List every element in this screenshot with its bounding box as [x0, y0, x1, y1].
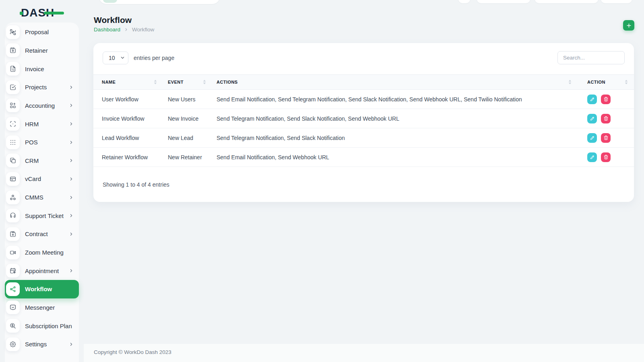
topbar-button-cutoff-3[interactable] — [535, 0, 598, 3]
sidebar-item-label: HRM — [25, 121, 39, 128]
sidebar-item-appointment[interactable]: Appointment — [5, 261, 79, 280]
sidebar-item-label: Projects — [25, 84, 47, 90]
delete-button[interactable] — [601, 95, 611, 104]
table-row: Invoice WorkflowNew InvoiceSend Telegram… — [93, 109, 634, 128]
sidebar-item-label: Support Ticket — [25, 212, 64, 219]
per-page-select[interactable]: 10 — [103, 51, 128, 64]
chevron-right-icon — [69, 342, 74, 347]
sidebar-item-pos[interactable]: POS — [5, 133, 79, 152]
sidebar-item-workflow[interactable]: Workflow — [5, 280, 79, 298]
calendar-icon — [6, 264, 20, 278]
per-page-control: 10 entries per page — [103, 51, 174, 64]
chevron-right-icon — [69, 268, 74, 273]
chevron-right-icon — [69, 195, 74, 200]
sidebar-item-support-ticket[interactable]: Support Ticket — [5, 206, 79, 225]
hrm-icon — [6, 117, 20, 131]
column-header-name[interactable]: NAME — [93, 75, 163, 90]
sidebar-item-label: vCard — [25, 175, 41, 182]
sort-icon — [154, 80, 157, 84]
sidebar-item-crm[interactable]: CRM — [5, 151, 79, 170]
sidebar-item-proposal[interactable]: Proposal — [5, 23, 79, 41]
cell-actions: Send Telegram Notification, Send Slack N… — [212, 128, 578, 148]
sidebar-item-zoom-meeting[interactable]: Zoom Meeting — [5, 243, 79, 262]
topbar-button-cutoff-1[interactable] — [458, 0, 470, 3]
cell-action-buttons — [578, 109, 634, 128]
column-header-actions[interactable]: ACTIONS — [212, 75, 578, 90]
keyboard-shortcut-pill — [103, 0, 117, 3]
cell-event: New Lead — [163, 128, 212, 148]
topbar-button-cutoff-4[interactable] — [601, 0, 632, 3]
topbar-search-cutoff[interactable] — [99, 0, 220, 4]
sidebar-item-label: CMMS — [25, 194, 43, 201]
sidebar-item-settings[interactable]: Settings — [5, 335, 79, 354]
invoice-icon — [6, 62, 20, 76]
edit-button[interactable] — [587, 114, 597, 123]
cell-name: Retainer Workflow — [93, 148, 163, 167]
sidebar-item-subscription-plan[interactable]: Subscription Plan — [5, 317, 79, 335]
sidebar-item-projects[interactable]: Projects — [5, 78, 79, 97]
chevron-right-icon — [69, 140, 74, 145]
pencil-icon — [590, 154, 595, 160]
edit-button[interactable] — [587, 152, 597, 162]
sidebar-item-messenger[interactable]: Messenger — [5, 298, 79, 317]
sort-icon — [203, 80, 206, 84]
cell-name: User Workflow — [93, 90, 163, 109]
chevron-right-icon — [69, 213, 74, 218]
trash-icon — [603, 154, 609, 160]
edit-button[interactable] — [587, 95, 597, 104]
table-row: Lead WorkflowNew LeadSend Telegram Notif… — [93, 128, 634, 148]
sidebar-item-hrm[interactable]: HRM — [5, 115, 79, 133]
sidebar-item-invoice[interactable]: Invoice — [5, 60, 79, 78]
sidebar-item-cmms[interactable]: CMMS — [5, 188, 79, 207]
brand-logo[interactable]: DASH — [21, 6, 54, 20]
sidebar-item-label: Messenger — [25, 304, 55, 311]
edit-button[interactable] — [587, 133, 597, 143]
delete-button[interactable] — [601, 133, 611, 143]
sort-icon — [625, 80, 628, 84]
cell-action-buttons — [578, 90, 634, 109]
table-header-row: NAMEEVENTACTIONSACTION — [93, 75, 634, 90]
sidebar-item-label: Zoom Meeting — [25, 249, 64, 256]
topbar-button-cutoff-2[interactable] — [477, 0, 530, 3]
column-label: NAME — [102, 80, 116, 84]
pencil-icon — [590, 135, 595, 140]
sidebar-item-label: Contract — [25, 230, 48, 237]
add-workflow-button[interactable] — [623, 20, 634, 31]
sidebar-item-vcard[interactable]: vCard — [5, 170, 79, 188]
accounting-icon — [6, 99, 20, 112]
pencil-icon — [590, 116, 595, 121]
chevron-right-icon — [69, 103, 74, 108]
sidebar-item-retainer[interactable]: Retainer — [5, 41, 79, 60]
headset-icon — [6, 209, 20, 222]
cell-event: New Users — [163, 90, 212, 109]
sidebar-item-contract[interactable]: Contract — [5, 225, 79, 243]
column-header-action[interactable]: ACTION — [578, 75, 634, 90]
table-body: User WorkflowNew UsersSend Email Notific… — [93, 90, 634, 167]
workflow-card: 10 entries per page NAMEEVENTACTIONSACTI… — [93, 43, 634, 202]
chevron-right-icon — [69, 232, 74, 237]
crm-icon — [6, 154, 20, 167]
breadcrumb-link-dashboard[interactable]: Dashboard — [94, 27, 120, 33]
search-input[interactable] — [557, 51, 625, 64]
cell-action-buttons — [578, 148, 634, 167]
sidebar-item-accounting[interactable]: Accounting — [5, 97, 79, 115]
sidebar-nav: ProposalRetainerInvoiceProjectsAccountin… — [5, 23, 79, 362]
cell-name: Invoice Workflow — [93, 109, 163, 128]
page-footer: Copyright © WorkDo Dash 2023 — [84, 344, 644, 362]
column-header-event[interactable]: EVENT — [163, 75, 212, 90]
logo-green-dot — [20, 12, 23, 15]
cell-action-buttons — [578, 128, 634, 148]
cell-event: New Invoice — [163, 109, 212, 128]
sidebar-item-label: Subscription Plan — [25, 323, 72, 329]
chat-bubble-icon — [6, 300, 20, 314]
delete-button[interactable] — [601, 114, 611, 123]
copyright-text: Copyright © WorkDo Dash 2023 — [94, 349, 171, 355]
sidebar-item-label: Invoice — [25, 66, 44, 72]
sidebar-item-label: Appointment — [25, 267, 59, 274]
search-money-icon — [6, 319, 20, 333]
sort-icon — [568, 80, 572, 84]
workflow-icon — [6, 282, 20, 296]
column-label: ACTION — [587, 80, 605, 84]
delete-button[interactable] — [601, 152, 611, 162]
sidebar-item-label: Workflow — [25, 286, 52, 292]
